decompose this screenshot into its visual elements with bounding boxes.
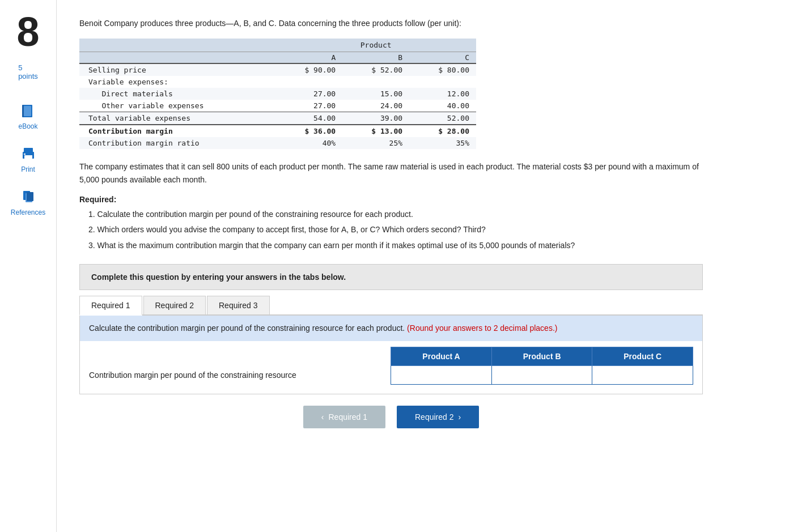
next-arrow: › — [459, 412, 461, 422]
sidebar-item-references[interactable]: References — [6, 184, 50, 221]
input-product-c[interactable] — [599, 371, 686, 380]
row-val-a — [275, 76, 342, 88]
svg-rect-6 — [24, 154, 26, 155]
sidebar-item-print[interactable]: Print — [15, 141, 42, 178]
row-label: Direct materials — [79, 88, 275, 100]
col-header-product-a: Product A — [391, 347, 492, 365]
next-button-label: Required 2 — [415, 412, 454, 422]
next-button[interactable]: Required 2 › — [397, 406, 479, 428]
list-item: 2. Which orders would you advise the com… — [88, 223, 712, 237]
answer-table-wrapper: Product A Product B Product C Contributi… — [80, 341, 702, 394]
answer-table-row: Contribution margin per pound of the con… — [89, 365, 693, 384]
col-header-product-c: Product C — [592, 347, 693, 365]
input-product-a[interactable] — [398, 371, 485, 380]
row-val-c: 35% — [409, 137, 476, 149]
row-val-b: 25% — [342, 137, 409, 149]
row-val-b: $ 52.00 — [342, 63, 409, 76]
row-val-c: $ 80.00 — [409, 63, 476, 76]
references-label: References — [11, 208, 45, 216]
complete-box-text: Complete this question by entering your … — [91, 273, 346, 282]
table-row: Direct materials 27.00 15.00 12.00 — [79, 88, 476, 100]
tabs-container: Required 1 Required 2 Required 3 Calcula… — [79, 296, 703, 394]
answer-cell-b — [491, 365, 592, 384]
table-row-contribution: Contribution margin $ 36.00 $ 13.00 $ 28… — [79, 125, 476, 137]
description-text: The company estimates that it can sell 8… — [79, 160, 703, 186]
table-row: Other variable expenses 27.00 24.00 40.0… — [79, 100, 476, 112]
svg-rect-1 — [24, 106, 31, 116]
list-item: 1. Calculate the contribution margin per… — [88, 207, 712, 222]
table-header-product-group: Product — [79, 39, 476, 52]
main-content: Benoit Company produces three products—A… — [57, 0, 789, 532]
table-row: Variable expenses: — [79, 76, 476, 88]
table-row: Total variable expenses 54.00 39.00 52.0… — [79, 112, 476, 125]
question-intro: Benoit Company produces three products—A… — [79, 17, 766, 29]
sidebar: 8 5 points eBook — [0, 0, 57, 532]
ebook-label: eBook — [18, 122, 37, 130]
prev-button[interactable]: ‹ Required 1 — [303, 406, 385, 428]
tabs-row: Required 1 Required 2 Required 3 — [79, 296, 703, 316]
print-icon — [19, 145, 37, 163]
empty-header — [79, 39, 275, 52]
book-icon — [19, 102, 37, 120]
empty-col-header — [89, 347, 391, 365]
row-label: Contribution margin — [79, 125, 275, 137]
answer-table: Product A Product B Product C Contributi… — [89, 347, 693, 385]
instruction-text: Calculate the contribution margin per po… — [89, 324, 405, 333]
tab-required2[interactable]: Required 2 — [143, 296, 206, 314]
svg-rect-5 — [24, 155, 32, 160]
table-header-sub: A B C — [79, 52, 476, 64]
row-label: Contribution margin ratio — [79, 137, 275, 149]
row-val-a: $ 36.00 — [275, 125, 342, 137]
required-section: Required: 1. Calculate the contribution … — [79, 195, 766, 253]
answer-cell-a — [391, 365, 492, 384]
row-val-a: $ 90.00 — [275, 63, 342, 76]
row-val-a: 54.00 — [275, 112, 342, 125]
col-c: C — [409, 52, 476, 64]
nav-buttons: ‹ Required 1 Required 2 › — [79, 406, 703, 428]
sidebar-item-ebook[interactable]: eBook — [14, 97, 42, 135]
row-val-b — [342, 76, 409, 88]
row-val-b: 24.00 — [342, 100, 409, 112]
col-empty — [79, 52, 275, 64]
instruction-red-text: (Round your answers to 2 decimal places.… — [407, 324, 557, 333]
print-label: Print — [21, 165, 35, 173]
row-val-b: 15.00 — [342, 88, 409, 100]
row-val-a: 40% — [275, 137, 342, 149]
required-header: Required: — [79, 195, 766, 204]
points-label: 5 points — [18, 63, 38, 80]
row-val-a: 27.00 — [275, 100, 342, 112]
row-val-c — [409, 76, 476, 88]
row-val-c: 52.00 — [409, 112, 476, 125]
table-row-cm-ratio: Contribution margin ratio 40% 25% 35% — [79, 137, 476, 149]
list-item: 3. What is the maximum contribution marg… — [88, 239, 712, 253]
required-list: 1. Calculate the contribution margin per… — [88, 207, 712, 253]
row-val-b: $ 13.00 — [342, 125, 409, 137]
answer-row-label: Contribution margin per pound of the con… — [89, 365, 391, 384]
complete-box: Complete this question by entering your … — [79, 264, 703, 290]
col-b: B — [342, 52, 409, 64]
tab-required1[interactable]: Required 1 — [79, 296, 142, 316]
product-table: Product A B C Selling price $ 90.00 $ 52… — [79, 39, 476, 149]
prev-arrow: ‹ — [321, 412, 324, 422]
col-header-product-b: Product B — [491, 347, 592, 365]
svg-rect-9 — [27, 192, 33, 201]
row-val-b: 39.00 — [342, 112, 409, 125]
row-label: Selling price — [79, 63, 275, 76]
row-label: Variable expenses: — [79, 76, 275, 88]
row-label: Other variable expenses — [79, 100, 275, 112]
row-val-c: $ 28.00 — [409, 125, 476, 137]
input-product-b[interactable] — [499, 371, 586, 380]
tab-required3[interactable]: Required 3 — [207, 296, 270, 314]
col-a: A — [275, 52, 342, 64]
question-number: 8 — [16, 11, 39, 52]
row-label: Total variable expenses — [79, 112, 275, 125]
table-row: Selling price $ 90.00 $ 52.00 $ 80.00 — [79, 63, 476, 76]
answer-cell-c — [592, 365, 693, 384]
tab-instruction: Calculate the contribution margin per po… — [80, 316, 702, 341]
product-table-wrapper: Product A B C Selling price $ 90.00 $ 52… — [79, 39, 476, 149]
product-group-header: Product — [275, 39, 476, 52]
answer-table-header-row: Product A Product B Product C — [89, 347, 693, 365]
row-val-c: 40.00 — [409, 100, 476, 112]
tab-content-required1: Calculate the contribution margin per po… — [79, 316, 703, 394]
prev-button-label: Required 1 — [329, 412, 368, 422]
